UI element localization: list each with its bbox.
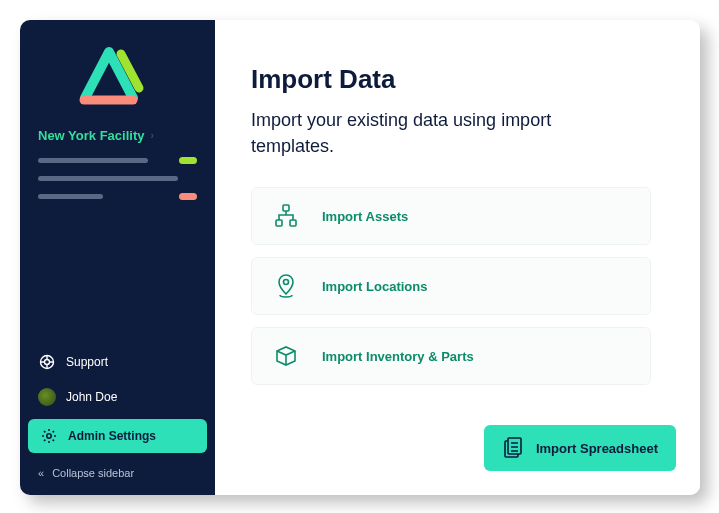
page-subtitle: Import your existing data using import t… <box>251 107 631 159</box>
svg-rect-9 <box>290 220 296 226</box>
sidebar-items-placeholder <box>20 157 215 212</box>
svg-point-1 <box>45 360 50 365</box>
import-assets-label: Import Assets <box>322 209 408 224</box>
chevron-right-icon: › <box>150 130 153 141</box>
logo <box>20 38 215 108</box>
import-assets-card[interactable]: Import Assets <box>251 187 651 245</box>
import-spreadsheet-button[interactable]: Import Spreadsheet <box>484 425 676 471</box>
facility-selector[interactable]: New York Facility › <box>20 128 215 143</box>
import-spreadsheet-label: Import Spreadsheet <box>536 441 658 456</box>
sidebar-item-placeholder-3 <box>38 193 197 200</box>
user-name: John Doe <box>66 390 117 404</box>
gear-icon <box>40 428 58 444</box>
main-content: Import Data Import your existing data us… <box>215 20 700 495</box>
page-title: Import Data <box>251 64 664 95</box>
svg-point-6 <box>47 434 51 438</box>
sidebar-item-user[interactable]: John Doe <box>20 379 215 415</box>
avatar <box>38 388 56 406</box>
import-inventory-label: Import Inventory & Parts <box>322 349 474 364</box>
svg-point-10 <box>284 280 289 285</box>
svg-rect-8 <box>276 220 282 226</box>
box-icon <box>272 342 300 370</box>
import-locations-label: Import Locations <box>322 279 427 294</box>
sidebar-item-admin[interactable]: Admin Settings <box>28 419 207 453</box>
location-icon <box>272 272 300 300</box>
chevron-left-double-icon: « <box>38 467 44 479</box>
app-window: New York Facility › <box>20 20 700 495</box>
logo-icon <box>73 38 163 108</box>
collapse-label: Collapse sidebar <box>52 467 134 479</box>
svg-rect-7 <box>283 205 289 211</box>
admin-label: Admin Settings <box>68 429 156 443</box>
sidebar: New York Facility › <box>20 20 215 495</box>
sidebar-item-placeholder-2 <box>38 176 197 181</box>
sidebar-item-support[interactable]: Support <box>20 345 215 379</box>
spreadsheet-icon <box>502 437 524 459</box>
sidebar-item-placeholder-1 <box>38 157 197 164</box>
import-inventory-card[interactable]: Import Inventory & Parts <box>251 327 651 385</box>
facility-name: New York Facility <box>38 128 144 143</box>
import-locations-card[interactable]: Import Locations <box>251 257 651 315</box>
support-label: Support <box>66 355 108 369</box>
assets-icon <box>272 202 300 230</box>
support-icon <box>38 354 56 370</box>
collapse-sidebar[interactable]: « Collapse sidebar <box>20 457 215 483</box>
